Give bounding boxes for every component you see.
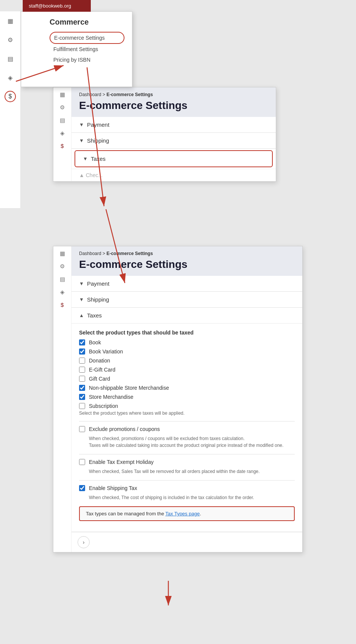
- section-shipping-main[interactable]: ▼ Shipping: [72, 292, 302, 308]
- nav-item-ecommerce[interactable]: E-commerce Settings: [50, 32, 124, 44]
- option-shipping-tax-desc: When checked, The cost of shipping is in…: [89, 494, 295, 501]
- checkbox-nonshippable-input[interactable]: [79, 385, 85, 391]
- panel-header-top: Dashboard > E-commerce Settings E-commer…: [72, 87, 276, 117]
- panel-icon-dollar[interactable]: $: [61, 143, 64, 149]
- panel-icon-reports[interactable]: ▤: [60, 117, 65, 124]
- checkbox-book-variation: Book Variation: [79, 348, 295, 355]
- checkbox-giftcard-label: Gift Card: [89, 376, 110, 382]
- panel-main-icon-dashboard[interactable]: ▦: [60, 250, 65, 257]
- checkbox-book: Book: [79, 339, 295, 345]
- nav-panel-content: Commerce E-commerce Settings Fulfillment…: [42, 12, 132, 71]
- checkbox-donation-label: Donation: [89, 358, 110, 364]
- section-label-payment-top: Payment: [87, 121, 109, 128]
- product-types-hint: Select the product types where taxes wil…: [79, 411, 295, 416]
- checkbox-donation-input[interactable]: [79, 358, 85, 364]
- sidebar-icon-dashboard[interactable]: ▦: [5, 15, 16, 26]
- checkbox-subscription-input[interactable]: [79, 403, 85, 409]
- tax-types-link[interactable]: Tax Types page: [165, 511, 200, 516]
- section-taxes-main[interactable]: ▲ Taxes: [72, 308, 302, 324]
- divider-1: [79, 421, 295, 422]
- panel-content-top: Dashboard > E-commerce Settings E-commer…: [72, 87, 276, 181]
- product-types-label: Select the product types that should be …: [79, 330, 295, 336]
- section-shipping-top[interactable]: ▼ Shipping: [72, 133, 276, 149]
- checkbox-book-variation-input[interactable]: [79, 348, 85, 355]
- breadcrumb-home: Dashboard: [79, 92, 101, 97]
- sidebar-icon-settings[interactable]: ⚙: [5, 34, 16, 45]
- nav-panel-title: Commerce: [50, 18, 124, 26]
- tax-types-note-text: Tax types can be managed from the: [86, 511, 165, 516]
- chevron-payment-main: ▼: [79, 281, 84, 286]
- sidebar-icon-dollar[interactable]: $: [5, 91, 16, 102]
- breadcrumb-current: E-commerce Settings: [106, 92, 153, 97]
- checkbox-egift-label: E-Gift Card: [89, 367, 115, 373]
- checkbox-store-merch-label: Store Merchandise: [89, 394, 134, 400]
- section-payment-main[interactable]: ▼ Payment: [72, 276, 302, 292]
- panel-main-icon-dollar[interactable]: $: [61, 302, 64, 308]
- chevron-shipping-top: ▼: [79, 138, 84, 143]
- panel-main-header: Dashboard > E-commerce Settings E-commer…: [72, 246, 302, 276]
- breadcrumb-top: Dashboard > E-commerce Settings: [79, 92, 268, 97]
- section-taxes-row-top[interactable]: ▼ Taxes: [75, 151, 272, 166]
- checkbox-exclude-promo-label: Exclude promotions / coupons: [89, 426, 160, 432]
- page-title-main: E-commerce Settings: [79, 258, 295, 271]
- checkbox-giftcard-input[interactable]: [79, 376, 85, 382]
- option-exclude-promo-desc: When checked, promotions / coupons will …: [89, 435, 295, 449]
- checkbox-store-merch: Store Merchandise: [79, 394, 295, 400]
- section-more-top: ▲ Chec...: [72, 169, 276, 181]
- option-shipping-tax: Enable Shipping Tax When checked, The co…: [79, 485, 295, 501]
- option-tax-exempt-holiday: Enable Tax Exempt Holiday When checked, …: [79, 459, 295, 475]
- checkbox-giftcard: Gift Card: [79, 376, 295, 382]
- section-label-taxes-top: Taxes: [91, 156, 106, 162]
- checkbox-tax-exempt-label: Enable Tax Exempt Holiday: [89, 459, 154, 465]
- checkbox-exclude-promo-input[interactable]: [79, 426, 85, 432]
- panel-main-icon-settings[interactable]: ⚙: [60, 263, 65, 270]
- panel-icon-settings[interactable]: ⚙: [60, 104, 65, 111]
- panel-icon-tags[interactable]: ◈: [60, 130, 65, 137]
- panel-sidebar-main: ▦ ⚙ ▤ ◈ $: [53, 246, 72, 552]
- checkbox-store-merch-input[interactable]: [79, 394, 85, 400]
- nav-item-fulfillment[interactable]: Fulfillment Settings: [50, 44, 124, 54]
- section-label-payment-main: Payment: [87, 280, 109, 287]
- breadcrumb-main-home: Dashboard: [79, 251, 101, 256]
- nav-next-icon: ›: [83, 539, 85, 545]
- chevron-shipping-main: ▼: [79, 297, 84, 302]
- tax-types-note: Tax types can be managed from the Tax Ty…: [79, 506, 295, 521]
- checkbox-nonshippable-label: Non-shippable Store Merchandise: [89, 385, 169, 391]
- panel-icon-dashboard[interactable]: ▦: [60, 91, 65, 98]
- checkbox-book-input[interactable]: [79, 339, 85, 345]
- checkbox-book-variation-label: Book Variation: [89, 348, 123, 355]
- panel-main-icon-reports[interactable]: ▤: [60, 276, 65, 283]
- checkbox-shipping-tax-input[interactable]: [79, 485, 85, 491]
- breadcrumb-main-sep: >: [103, 251, 106, 256]
- chevron-payment-top: ▼: [79, 122, 84, 128]
- chevron-taxes-main: ▲: [79, 313, 84, 318]
- checkbox-shipping-tax-label: Enable Shipping Tax: [89, 485, 137, 491]
- nav-next-btn[interactable]: ›: [78, 536, 90, 548]
- checkbox-egift-input[interactable]: [79, 367, 85, 373]
- panel-footer: ›: [72, 532, 302, 552]
- checkbox-subscription-label: Subscription: [89, 403, 118, 409]
- divider-2: [79, 454, 295, 454]
- sidebar-icon-reports[interactable]: ▤: [5, 53, 16, 64]
- taxes-content: Select the product types that should be …: [72, 324, 302, 532]
- taxes-section-expanded: ▲ Taxes Select the product types that sh…: [72, 308, 302, 532]
- checkbox-tax-exempt-row: Enable Tax Exempt Holiday: [79, 459, 295, 465]
- sidebar-icon-tags[interactable]: ◈: [5, 72, 16, 83]
- checkbox-egift: E-Gift Card: [79, 367, 295, 373]
- chevron-taxes-top: ▼: [83, 156, 88, 162]
- divider-3: [79, 480, 295, 481]
- checkbox-book-label: Book: [89, 339, 101, 345]
- panel-main-icon-tags[interactable]: ◈: [60, 289, 65, 296]
- option-exclude-promotions: Exclude promotions / coupons When checke…: [79, 426, 295, 449]
- nav-item-pricing[interactable]: Pricing by ISBN: [50, 54, 124, 65]
- checkbox-exclude-promo-row: Exclude promotions / coupons: [79, 426, 295, 432]
- page-title-top: E-commerce Settings: [79, 100, 268, 112]
- checkbox-shipping-tax-row: Enable Shipping Tax: [79, 485, 295, 491]
- checkbox-subscription: Subscription: [79, 403, 295, 409]
- breadcrumb-main-current: E-commerce Settings: [106, 251, 153, 256]
- section-taxes-highlighted[interactable]: ▼ Taxes: [75, 150, 273, 167]
- section-payment-top[interactable]: ▼ Payment: [72, 117, 276, 133]
- checkbox-tax-exempt-input[interactable]: [79, 459, 85, 465]
- breadcrumb-main: Dashboard > E-commerce Settings: [79, 251, 295, 256]
- section-label-taxes-main: Taxes: [87, 312, 102, 319]
